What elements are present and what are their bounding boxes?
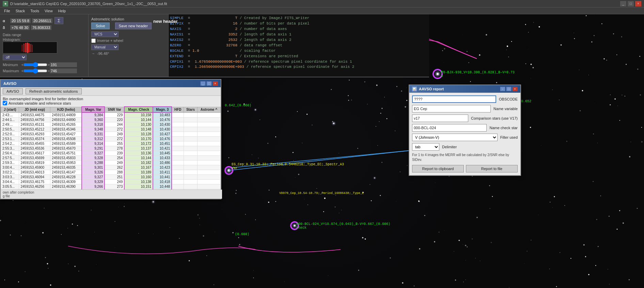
report-close-btn[interactable]: × xyxy=(512,87,518,91)
table-row: 2:57:5...2459153,456992459153,458339,328… xyxy=(1,156,221,161)
app-window: ★ D:\variable_stars\EG Cep\EG Cep_202010… xyxy=(0,0,644,288)
table-cell: 254 xyxy=(105,156,124,161)
table-cell: 10,418 xyxy=(153,180,172,184)
col-header-astrometry: Astrome ^ xyxy=(197,107,220,112)
bottom-status: own after completion g file xyxy=(1,190,222,199)
col-header-jdmid: JD (mid exp) xyxy=(19,107,50,112)
aavso-maximize-btn[interactable]: □ xyxy=(206,81,212,86)
app-icon: ★ xyxy=(3,1,8,6)
table-cell: 10,136 xyxy=(124,151,153,156)
comparison-input[interactable] xyxy=(412,115,468,122)
table-cell: 10,441 xyxy=(153,175,172,180)
table-cell xyxy=(197,137,220,141)
alpha-label: α xyxy=(3,19,10,23)
solve-button[interactable]: Solve xyxy=(91,22,110,29)
table-cell: 2459153,45833 xyxy=(50,156,82,161)
report-to-file-btn[interactable]: Report to file xyxy=(466,165,518,172)
fits-line-9: CRPIX1 = 1.67650000000000E+003 / referen… xyxy=(170,59,428,65)
delimiter-dropdown[interactable]: tab comma semicolon xyxy=(412,143,439,151)
save-new-header-button[interactable]: Save new header xyxy=(115,22,152,29)
status-line2: g file xyxy=(3,194,220,198)
table-cell xyxy=(172,132,184,137)
table-cell xyxy=(184,141,198,146)
close-button[interactable]: × xyxy=(635,1,641,6)
angle-value: -96.48° xyxy=(97,51,109,56)
svg-rect-10 xyxy=(32,45,33,52)
report-title-bar: 📊 AAVSO report - □ × xyxy=(409,85,520,93)
menu-view[interactable]: View xyxy=(42,8,56,14)
table-cell: 10,148 xyxy=(124,127,153,132)
aavso-title-bar: AAVSO _ □ × xyxy=(1,80,221,87)
inverse-checkbox[interactable] xyxy=(91,39,96,43)
table-cell: 10,451 xyxy=(153,141,172,146)
table-cell: 9,328 xyxy=(82,156,105,161)
table-cell xyxy=(197,151,220,156)
aavso-minimize-btn[interactable]: _ xyxy=(200,81,206,86)
dropdowns-row: off on xyxy=(3,55,85,60)
refresh-astrometric-btn[interactable]: Refresh astrometric solutions xyxy=(26,88,81,94)
delta-label: δ xyxy=(3,26,10,30)
table-cell: 2459153,45699 xyxy=(19,156,50,161)
report-maximize-btn[interactable]: □ xyxy=(506,87,512,91)
table-cell xyxy=(197,161,220,165)
annotate-row: Annotate variable and reference stars xyxy=(3,101,219,105)
maximum-slider[interactable] xyxy=(23,68,47,74)
table-cell: 239 xyxy=(105,151,124,156)
table-cell: 244 xyxy=(105,122,124,127)
obscode-input[interactable] xyxy=(412,95,496,103)
table-cell xyxy=(197,165,220,170)
table-cell: 10,128 xyxy=(124,132,153,137)
report-minimize-btn[interactable]: - xyxy=(500,87,505,91)
off-dropdown[interactable]: off on xyxy=(3,55,27,60)
wcs-dropdown[interactable]: WCS xyxy=(91,31,119,37)
table-cell: 10,423 xyxy=(153,165,172,170)
table-cell: 2459153,45617 xyxy=(19,151,50,156)
manual-dropdown[interactable]: Manual xyxy=(91,44,119,50)
minimum-slider[interactable] xyxy=(23,62,47,67)
table-cell: 2459153,46309 xyxy=(50,180,82,184)
table-cell: 2459153,45751 xyxy=(50,151,82,156)
menu-stack[interactable]: Stack xyxy=(13,8,28,14)
menu-tools[interactable]: Tools xyxy=(28,8,42,14)
table-row: 2:59:3...2459153,458192459153,459539,288… xyxy=(1,161,221,165)
table-cell: 2459153,46094 xyxy=(19,175,50,180)
fits-line-3: NAXIS = 2 / number of data axes xyxy=(170,27,428,32)
data-table: J (start) JD (mid exp) HJD (helio) Magn.… xyxy=(1,106,221,199)
table-cell: 9,266 xyxy=(82,184,105,189)
filter-dropdown[interactable]: V (Johnson-V) B R I xyxy=(412,134,498,141)
name-variable-input[interactable] xyxy=(412,105,491,112)
table-cell: 10,448 xyxy=(153,184,172,189)
table-cell: 10,160 xyxy=(124,175,153,180)
table-cell: 2459153,46013 xyxy=(19,170,50,175)
title-bar-controls: _ □ × xyxy=(620,1,641,6)
col-header-hjd: HJD (helio) xyxy=(50,107,82,112)
sigma-button[interactable]: Σ xyxy=(54,17,63,24)
table-cell: 10,483 xyxy=(153,112,172,118)
aavso-aavso-btn[interactable]: AAVSO xyxy=(3,88,23,94)
status-line1: own after completion xyxy=(3,191,220,194)
table-row: 2:56:4...2459153,456172459153,457519,327… xyxy=(1,151,221,156)
check-star-input[interactable] xyxy=(412,124,487,132)
table-row: 3:00:4...2459153,459002459153,460359,301… xyxy=(1,165,221,170)
menu-help[interactable]: Help xyxy=(56,8,69,14)
minimize-button[interactable]: _ xyxy=(620,1,626,6)
minimum-row: Minimum < > 191 xyxy=(3,62,85,67)
annotation-vd970: VD970_Cep_10.54-10.79;_Period_16886438;_… xyxy=(279,192,364,195)
annotation-left-middle: 0.642_(0.060) xyxy=(225,104,251,107)
aavso-close-btn[interactable]: × xyxy=(213,81,218,86)
table-cell: 9,348 xyxy=(82,127,105,132)
fits-line-6: BZERO = 32768 / data range offset xyxy=(170,43,428,48)
table-cell xyxy=(197,175,220,180)
table-cell: 9,291 xyxy=(82,146,105,151)
coords-panel: α 20 15 59.8 20.266611 Σ δ +76 48 30 76.… xyxy=(0,14,89,77)
table-scroll-area[interactable]: J (start) JD (mid exp) HJD (helio) Magn.… xyxy=(1,106,221,199)
table-cell: 9,301 xyxy=(82,165,105,170)
table-cell xyxy=(172,161,184,165)
report-to-clipboard-btn[interactable]: Report to clipboard xyxy=(412,165,464,172)
table-cell: 2459153,44809 xyxy=(50,112,82,118)
maximize-button[interactable]: □ xyxy=(628,1,634,6)
menu-file[interactable]: File xyxy=(1,8,13,14)
table-cell: 2459153,45293 xyxy=(19,132,50,137)
annotate-checkbox[interactable] xyxy=(3,101,7,105)
table-cell: 10,189 xyxy=(124,170,153,175)
